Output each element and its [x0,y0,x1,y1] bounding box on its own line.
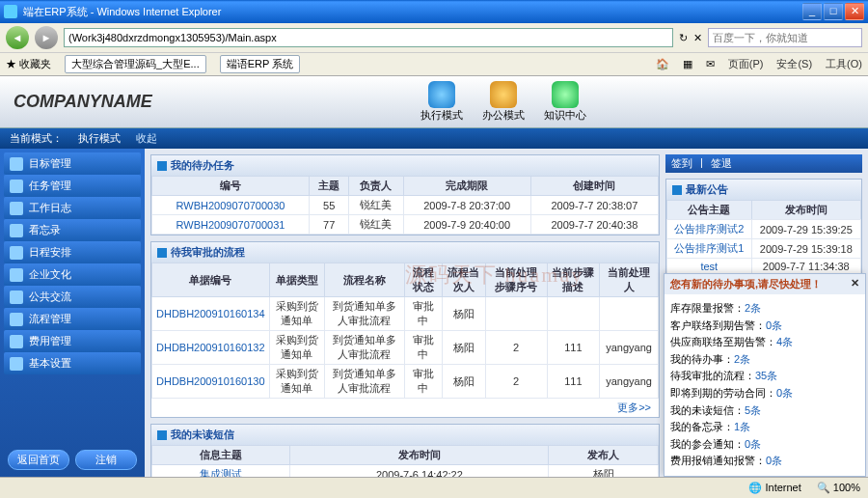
cell[interactable]: 公告排序测试2 [667,220,752,239]
home-button[interactable]: 返回首页 [8,450,69,470]
logout-button[interactable]: 注销 [75,450,137,470]
browser-toolbar: ◄ ► ↻ ✕ [0,23,868,53]
close-button[interactable]: ✕ [845,3,864,20]
cell: 审批中 [404,331,442,365]
popup-line[interactable]: 待我审批的流程：35条 [670,368,859,385]
more-link[interactable]: 更多>> [151,399,659,417]
cell: 杨阳 [442,331,485,365]
sidebar-item-8[interactable]: 费用管理 [4,330,141,352]
menu-tools[interactable]: 工具(O) [826,57,862,71]
cell[interactable]: 集成测试 [152,465,290,479]
tab-signin[interactable]: 签到 [671,156,692,171]
mode-execute[interactable]: 执行模式 [420,81,463,123]
cell[interactable]: DHDBH200910160134 [152,297,270,331]
popup-line[interactable]: 我的未读短信：5条 [670,402,859,420]
refresh-icon[interactable]: ↻ [679,32,688,44]
sidebar-item-3[interactable]: 看忘录 [4,219,141,241]
cell: 杨阳 [442,297,485,331]
cell[interactable]: test [667,259,752,275]
cell: 锐红美 [349,196,403,215]
favorites-button[interactable]: ★ 收藏夹 [6,57,51,71]
browser-tab[interactable]: 端语ERP 系统 [220,55,300,73]
nav-icon [10,313,23,326]
cube-icon [428,81,455,108]
feeds-icon[interactable]: ▦ [683,58,692,70]
nav-icon [10,246,23,260]
cell: 审批中 [404,365,442,399]
nav-icon [10,290,23,304]
cell: yangyang [600,365,659,399]
cell [485,297,547,331]
sidebar-item-0[interactable]: 目标管理 [4,152,141,175]
cell[interactable]: RWBH2009070700031 [152,215,310,235]
ie-icon [4,5,17,18]
tab-signout[interactable]: 签退 [711,156,732,171]
col-header: 当前步骤描述 [547,263,600,297]
mode-knowledge[interactable]: 知识中心 [544,81,586,123]
popup-line[interactable]: 费用报销通知报警：0条 [670,453,859,470]
popup-line[interactable]: 客户联络到期告警：0条 [670,318,859,335]
panel-flows: 待我审批的流程 单据编号单据类型流程名称流程状态流程当次人当前处理步骤序号当前步… [150,241,660,418]
col-header: 信息主题 [152,446,290,465]
panel-title: 最新公告 [686,182,728,197]
sidebar-item-5[interactable]: 企业文化 [4,263,141,286]
table-row: DHDBH200910160132采购到货通知单到货通知单多人审批流程审批中杨阳… [152,331,659,365]
address-bar[interactable] [64,28,673,47]
stop-icon[interactable]: ✕ [693,32,702,44]
cell: 审批中 [404,297,442,331]
cell[interactable]: DHDBH200910160132 [152,331,270,365]
square-icon [672,185,682,195]
nav-icon [10,268,23,282]
popup-line[interactable]: 库存限量报警：2条 [670,300,859,318]
cell: 2009-7-9 20:40:00 [403,215,530,235]
col-header: 单据编号 [152,263,270,297]
cell: 2009-7-7 20:38:07 [530,196,658,215]
browser-menubar: ★ 收藏夹 大型综合管理源码_大型E... 端语ERP 系统 🏠 ▦ ✉ 页面(… [0,53,868,76]
sidebar-item-6[interactable]: 公共交流 [4,286,141,308]
sidebar-item-9[interactable]: 基本设置 [4,352,141,374]
window-title: 端在ERP系统 - Windows Internet Explorer [23,5,221,19]
mode-office[interactable]: 办公模式 [482,81,525,123]
popup-line[interactable]: 我的待办事：2条 [670,351,859,369]
collapse-link[interactable]: 收起 [136,131,157,146]
cell[interactable]: 公告排序测试1 [667,239,752,259]
col-header: 负责人 [349,177,403,196]
popup-line[interactable]: 供应商联络至期告警：4条 [670,334,859,351]
minimize-button[interactable]: _ [802,3,822,20]
col-header: 完成期限 [403,177,530,196]
cell: 锐红美 [349,215,403,235]
cell[interactable]: RWBH2009070700030 [152,196,310,215]
maximize-button[interactable]: □ [824,3,843,20]
menu-page[interactable]: 页面(P) [728,57,764,71]
table-row: DHDBH200910160130采购到货通知单到货通知单多人审批流程审批中杨阳… [152,365,659,399]
nav-icon [10,357,23,371]
popup-line[interactable]: 我的备忘录：1条 [670,419,859,436]
company-logo: COMPANYNAME [14,92,152,112]
cell: 2009-7-6 14:42:22 [290,465,549,479]
table-row: RWBH200907070003177锐红美2009-7-9 20:40:002… [152,215,659,235]
mode-bar: 当前模式： 执行模式 收起 [0,128,868,149]
forward-button[interactable]: ► [35,26,58,49]
cell: 2 [485,331,547,365]
sidebar-item-4[interactable]: 日程安排 [4,241,141,263]
popup-close-icon[interactable]: ✕ [851,277,859,291]
mail-icon[interactable]: ✉ [706,58,715,70]
popup-line[interactable]: 我的参会通知：0条 [670,436,859,454]
cell: 采购到货通知单 [269,365,325,399]
sms-table: 信息主题发布时间发布人集成测试2009-7-6 14:42:22杨阳可转化200… [151,445,659,478]
cell: 2 [485,365,547,399]
menu-security[interactable]: 安全(S) [776,57,812,71]
home-icon[interactable]: 🏠 [656,58,669,70]
search-input[interactable] [708,28,862,47]
sidebar-item-1[interactable]: 任务管理 [4,175,141,197]
col-header: 流程状态 [404,263,442,297]
sidebar-item-7[interactable]: 流程管理 [4,308,141,330]
cell: yangyang [600,331,659,365]
popup-line[interactable]: 即将到期的劳动合同：0条 [670,385,859,402]
browser-tab[interactable]: 大型综合管理源码_大型E... [65,55,206,73]
back-button[interactable]: ◄ [6,26,29,49]
sidebar-item-2[interactable]: 工作日志 [4,197,141,219]
cell: 到货通知单多人审批流程 [325,297,405,331]
table-row: test2009-7-7 11:34:38 [667,259,861,275]
cell[interactable]: DHDBH200910160130 [152,365,270,399]
